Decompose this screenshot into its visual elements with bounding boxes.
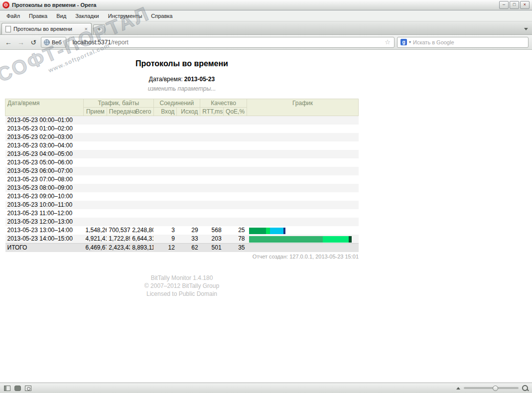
table-row: 2013-05-23 12:00–13:00	[5, 218, 359, 226]
cell-qoe	[224, 218, 247, 226]
menu-item-1[interactable]: Правка	[24, 12, 52, 20]
cell-graph	[247, 226, 359, 235]
magnifier-icon[interactable]	[522, 385, 528, 391]
cell-total	[130, 192, 153, 201]
col-group-traffic: Трафик, байты	[84, 99, 154, 108]
date-line: Дата/время: 2013-05-23	[0, 76, 364, 83]
quick-access-icon[interactable]	[14, 386, 21, 391]
back-button[interactable]: ←	[3, 37, 13, 47]
table-row: 2013-05-23 03:00–04:00	[5, 141, 359, 150]
cell-rx	[84, 201, 107, 209]
cell-tx: 2,423,432	[107, 244, 130, 253]
cell-conn-in: 12	[153, 244, 177, 253]
footer-line-1: © 2007–2012 BitTally Group	[0, 282, 364, 290]
cell-time: 2013-05-23 09:00–10:00	[5, 192, 84, 201]
window-controls: – □ ×	[499, 1, 530, 9]
cell-graph	[247, 192, 359, 201]
bar-segment	[270, 228, 283, 234]
menu-item-2[interactable]: Вид	[52, 12, 71, 20]
menu-item-5[interactable]: Справка	[146, 12, 177, 20]
cell-qoe	[224, 192, 247, 201]
report-table-body: 2013-05-23 00:00–01:002013-05-23 01:00–0…	[5, 116, 359, 253]
cell-rtt	[200, 141, 224, 150]
change-params-link[interactable]: изменить параметры...	[0, 85, 364, 92]
url-host: localhost:5371	[73, 39, 111, 46]
cell-qoe	[224, 158, 247, 167]
cell-rtt	[200, 218, 224, 226]
total-row: ИТОГО6,469,6792,423,4328,893,11112625013…	[5, 244, 359, 253]
zoom-popup-arrow-icon[interactable]	[456, 387, 460, 390]
cell-conn-out	[177, 175, 200, 184]
cell-conn-in	[153, 158, 177, 167]
table-row: 2013-05-23 05:00–06:00	[5, 158, 359, 167]
restore-button[interactable]: □	[510, 1, 519, 9]
cell-tx	[107, 141, 130, 150]
cell-qoe	[224, 184, 247, 192]
cell-conn-out: 33	[177, 235, 200, 244]
cell-rtt	[200, 125, 224, 133]
url-field[interactable]: localhost:5371/report ☆	[69, 37, 395, 48]
cell-tx	[107, 125, 130, 133]
cell-rx	[84, 141, 107, 150]
cell-rtt	[200, 175, 224, 184]
new-tab-button[interactable]: +	[93, 24, 105, 34]
cell-time: 2013-05-23 03:00–04:00	[5, 141, 84, 150]
search-field[interactable]: g ▾ Искать в Google	[397, 37, 529, 48]
cell-conn-out	[177, 209, 200, 218]
col-subheader-5: RTT,ms	[200, 108, 224, 116]
cell-time: 2013-05-23 08:00–09:00	[5, 184, 84, 192]
cell-rtt	[200, 209, 224, 218]
menu-item-3[interactable]: Закладки	[71, 12, 104, 20]
cell-total	[130, 133, 153, 141]
cell-conn-in	[153, 209, 177, 218]
web-menu-button[interactable]: Веб	[41, 37, 66, 48]
table-row: 2013-05-23 09:00–10:00	[5, 192, 359, 201]
cell-rx	[84, 167, 107, 175]
tab-protocols[interactable]: Протоколы во времени ×	[1, 23, 92, 34]
zoom-slider[interactable]	[464, 387, 519, 389]
cell-graph	[247, 175, 359, 184]
bar-segment	[349, 236, 352, 243]
snapshot-icon[interactable]	[25, 386, 31, 391]
cell-qoe	[224, 116, 247, 125]
cell-qoe	[224, 133, 247, 141]
cell-conn-in	[153, 218, 177, 226]
page-icon	[5, 26, 11, 32]
cell-rx	[84, 209, 107, 218]
panels-toggle-icon[interactable]	[4, 386, 10, 391]
cell-total	[130, 125, 153, 133]
search-engine-caret-icon[interactable]: ▾	[409, 40, 411, 44]
cell-conn-out	[177, 141, 200, 150]
cell-rx: 4,921,416	[84, 235, 107, 244]
close-button[interactable]: ×	[520, 1, 530, 9]
bar-segment	[266, 228, 270, 234]
cell-conn-out	[177, 150, 200, 158]
menu-bar: ФайлПравкаВидЗакладкиИнструментыСправка	[0, 10, 532, 21]
cell-graph	[247, 184, 359, 192]
cell-conn-out	[177, 125, 200, 133]
date-label: Дата/время:	[149, 76, 183, 83]
cell-tx: 1,722,895	[107, 235, 130, 244]
menu-item-4[interactable]: Инструменты	[104, 12, 147, 20]
cell-qoe	[224, 141, 247, 150]
cell-rtt	[200, 116, 224, 125]
bar-segment	[249, 228, 266, 234]
bookmark-star-icon[interactable]: ☆	[385, 38, 391, 46]
cell-total	[130, 141, 153, 150]
cell-total	[130, 167, 153, 175]
tab-list-chevron-icon[interactable]	[524, 28, 528, 30]
reload-button[interactable]: ↺	[28, 37, 38, 47]
zoom-slider-knob[interactable]	[493, 386, 498, 391]
col-subheader-6: QoE,%	[224, 108, 247, 116]
cell-total: 2,248,800	[130, 226, 153, 235]
cell-conn-out	[177, 184, 200, 192]
cell-time: 2013-05-23 06:00–07:00	[5, 167, 84, 175]
minimize-button[interactable]: –	[499, 1, 509, 9]
cell-time: 2013-05-23 07:00–08:00	[5, 175, 84, 184]
forward-button[interactable]: →	[16, 37, 26, 47]
cell-conn-out	[177, 133, 200, 141]
tab-close-icon[interactable]: ×	[85, 26, 88, 32]
menu-item-0[interactable]: Файл	[2, 12, 24, 20]
col-subheader-0: Прием	[84, 108, 107, 116]
cell-qoe	[224, 125, 247, 133]
